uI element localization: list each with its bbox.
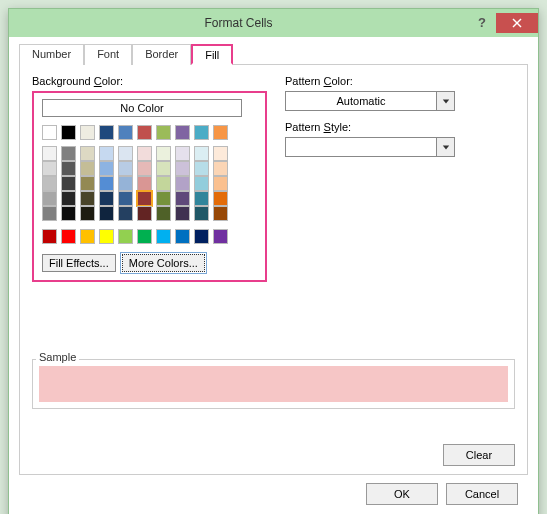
color-swatch[interactable] [213,146,228,161]
color-swatch[interactable] [156,191,171,206]
color-swatch[interactable] [61,206,76,221]
color-swatch[interactable] [80,191,95,206]
pattern-color-label: Pattern Color: [285,75,515,87]
color-swatch[interactable] [61,125,76,140]
color-swatch[interactable] [175,176,190,191]
color-swatch[interactable] [99,125,114,140]
tab-font[interactable]: Font [84,44,132,65]
chevron-down-icon [436,92,454,110]
tab-fill[interactable]: Fill [191,44,233,65]
color-swatch[interactable] [99,229,114,244]
color-swatch[interactable] [194,176,209,191]
color-swatch[interactable] [118,191,133,206]
color-swatch[interactable] [137,191,152,206]
svg-marker-3 [442,145,448,149]
color-swatch[interactable] [156,125,171,140]
color-swatch[interactable] [156,229,171,244]
color-swatch[interactable] [61,229,76,244]
color-swatch[interactable] [194,229,209,244]
color-swatch[interactable] [175,191,190,206]
color-swatch[interactable] [156,146,171,161]
color-swatch[interactable] [137,125,152,140]
color-swatch[interactable] [80,176,95,191]
color-swatch[interactable] [99,161,114,176]
color-swatch[interactable] [118,229,133,244]
fill-panel: Background Color: No Color Fill Effects.… [19,65,528,475]
color-swatch[interactable] [213,161,228,176]
color-swatch[interactable] [42,206,57,221]
color-swatch[interactable] [175,125,190,140]
color-swatch[interactable] [213,191,228,206]
color-swatch[interactable] [61,161,76,176]
color-swatch[interactable] [175,206,190,221]
help-button[interactable]: ? [468,13,496,33]
color-swatch[interactable] [61,176,76,191]
sample-label: Sample [36,351,79,363]
pattern-color-value: Automatic [286,95,436,107]
color-swatch[interactable] [99,191,114,206]
dialog-footer: OK Cancel [19,475,528,514]
color-swatch[interactable] [137,176,152,191]
color-swatch[interactable] [175,161,190,176]
fill-effects-button[interactable]: Fill Effects... [42,254,116,272]
color-swatch[interactable] [99,176,114,191]
color-swatch[interactable] [156,176,171,191]
color-swatch[interactable] [194,146,209,161]
color-swatch[interactable] [80,146,95,161]
color-swatch[interactable] [194,206,209,221]
pattern-color-combo[interactable]: Automatic [285,91,455,111]
color-swatch[interactable] [80,125,95,140]
background-color-label: Background Color: [32,75,267,87]
color-swatch[interactable] [99,146,114,161]
color-swatch[interactable] [118,125,133,140]
color-swatch[interactable] [118,146,133,161]
color-swatch[interactable] [213,229,228,244]
color-swatch[interactable] [194,125,209,140]
pattern-style-label: Pattern Style: [285,121,515,133]
tab-number[interactable]: Number [19,44,84,65]
color-picker-area: No Color Fill Effects... More Colors... [32,91,267,282]
color-swatch[interactable] [213,176,228,191]
sample-box [32,359,515,409]
clear-button[interactable]: Clear [443,444,515,466]
svg-marker-2 [442,99,448,103]
color-swatch[interactable] [42,176,57,191]
color-swatch[interactable] [213,206,228,221]
color-swatch[interactable] [118,176,133,191]
color-swatch[interactable] [118,206,133,221]
color-swatch[interactable] [99,206,114,221]
close-button[interactable] [496,13,538,33]
color-swatch[interactable] [61,146,76,161]
color-swatch[interactable] [80,161,95,176]
color-swatch[interactable] [80,206,95,221]
cancel-button[interactable]: Cancel [446,483,518,505]
color-swatch[interactable] [42,161,57,176]
titlebar: Format Cells ? [9,9,538,37]
color-swatch[interactable] [80,229,95,244]
color-swatch[interactable] [118,161,133,176]
color-swatch[interactable] [137,206,152,221]
theme-colors-grid [42,125,257,140]
color-swatch[interactable] [42,125,57,140]
color-swatch[interactable] [156,206,171,221]
format-cells-dialog: Format Cells ? Number Font Border Fill B… [8,8,539,514]
color-swatch[interactable] [42,146,57,161]
color-swatch[interactable] [137,161,152,176]
color-swatch[interactable] [175,146,190,161]
more-colors-button[interactable]: More Colors... [122,254,205,272]
tab-border[interactable]: Border [132,44,191,65]
color-swatch[interactable] [213,125,228,140]
color-swatch[interactable] [137,229,152,244]
color-swatch[interactable] [194,161,209,176]
color-swatch[interactable] [137,146,152,161]
color-swatch[interactable] [194,191,209,206]
color-swatch[interactable] [42,191,57,206]
pattern-style-combo[interactable] [285,137,455,157]
no-color-button[interactable]: No Color [42,99,242,117]
ok-button[interactable]: OK [366,483,438,505]
sample-preview [39,366,508,402]
color-swatch[interactable] [156,161,171,176]
color-swatch[interactable] [42,229,57,244]
color-swatch[interactable] [175,229,190,244]
color-swatch[interactable] [61,191,76,206]
